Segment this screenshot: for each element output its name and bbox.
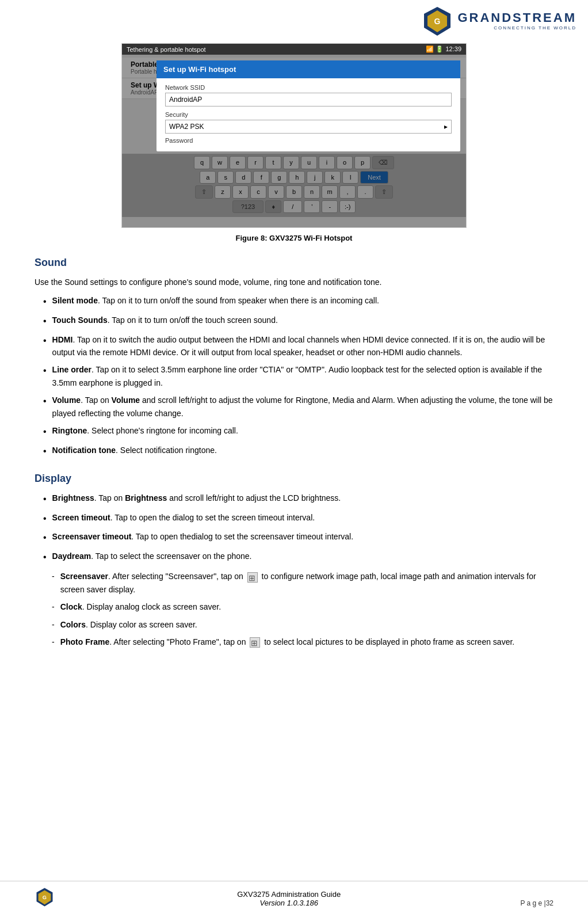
footer-logo-icon: G	[35, 887, 55, 907]
guide-title: GXV3275 Administration Guide	[58, 890, 520, 899]
page-header: G GRANDSTREAM CONNECTING THE WORLD	[0, 0, 588, 37]
wifi-dialog: Set up Wi-Fi hotspot Network SSID Androi…	[156, 60, 460, 151]
bullet-line-order: Line order. Tap on it to select 3.5mm ea…	[43, 363, 553, 389]
screen-body: Portable Wi-Fi hots... Portable hotspot …	[122, 55, 466, 227]
brand-name: GRANDSTREAM	[457, 10, 576, 25]
dash-clock: Clock. Display analog clock as screen sa…	[52, 600, 553, 613]
sound-heading: Sound	[35, 257, 553, 269]
display-dash-list: Screensaver. After selecting "Screensave…	[52, 570, 553, 648]
password-label: Password	[165, 137, 452, 144]
bullet-ringtone: Ringtone. Select phone's ringtone for in…	[43, 424, 553, 439]
status-icons: 📶 🔋 12:39	[426, 45, 461, 53]
display-section: Display Brightness. Tap on Brightness an…	[35, 473, 553, 648]
screensaver-config-icon	[247, 572, 258, 583]
ssid-input[interactable]: AndroidAP	[165, 93, 452, 106]
sound-bullet-list: Silent mode. Tap on it to turn on/off th…	[43, 294, 553, 458]
display-heading: Display	[35, 473, 553, 485]
logo-text-area: GRANDSTREAM CONNECTING THE WORLD	[457, 10, 576, 31]
screenshot: Tethering & portable hotspot 📶 🔋 12:39 P…	[121, 43, 467, 228]
bullet-volume: Volume. Tap on Volume and scroll left/ri…	[43, 394, 553, 420]
bullet-screen-timeout: Screen timeout. Tap to open the dialog t…	[43, 511, 553, 526]
photo-frame-icon	[250, 637, 260, 648]
bullet-silent-mode: Silent mode. Tap on it to turn on/off th…	[43, 294, 553, 309]
figure-caption: Figure 8: GXV3275 Wi-Fi Hotspot	[236, 234, 353, 242]
sound-section: Sound Use the Sound settings to configur…	[35, 257, 553, 458]
figure-8: Tethering & portable hotspot 📶 🔋 12:39 P…	[35, 43, 553, 242]
security-select[interactable]: WPA2 PSK ▸	[165, 120, 452, 134]
grandstream-logo-icon: G	[423, 6, 452, 35]
ssid-label: Network SSID	[165, 84, 452, 91]
bullet-notification-tone: Notification tone. Select notification r…	[43, 444, 553, 459]
dash-screensaver: Screensaver. After selecting "Screensave…	[52, 570, 553, 596]
security-label: Security	[165, 111, 452, 118]
footer-logo: G	[35, 887, 58, 907]
page-number: P a g e |32	[520, 899, 553, 907]
page-footer: G GXV3275 Administration Guide Version 1…	[0, 881, 588, 913]
bullet-brightness: Brightness. Tap on Brightness and scroll…	[43, 492, 553, 507]
brand-tagline: CONNECTING THE WORLD	[494, 25, 576, 31]
status-bar: Tethering & portable hotspot 📶 🔋 12:39	[122, 44, 466, 55]
dash-photo-frame: Photo Frame. After selecting "Photo Fram…	[52, 636, 553, 648]
svg-text:G: G	[434, 17, 441, 26]
footer-center: GXV3275 Administration Guide Version 1.0…	[58, 890, 520, 907]
bullet-hdmi: HDMI. Tap on it to switch the audio outp…	[43, 333, 553, 359]
bullet-touch-sounds: Touch Sounds. Tap on it to turn on/off t…	[43, 314, 553, 329]
main-content: Tethering & portable hotspot 📶 🔋 12:39 P…	[0, 37, 588, 687]
sound-intro: Use the Sound settings to configure phon…	[35, 276, 553, 288]
bullet-daydream: Daydream. Tap to select the screensaver …	[43, 550, 553, 565]
display-bullet-list: Brightness. Tap on Brightness and scroll…	[43, 492, 553, 564]
dialog-title: Set up Wi-Fi hotspot	[156, 60, 460, 78]
bullet-screensaver-timeout: Screensaver timeout. Tap to open thedial…	[43, 530, 553, 545]
svg-text:G: G	[43, 895, 47, 900]
guide-version: Version 1.0.3.186	[58, 899, 520, 907]
dash-colors: Colors. Display color as screen saver.	[52, 618, 553, 631]
screen-title: Tethering & portable hotspot	[127, 46, 206, 53]
